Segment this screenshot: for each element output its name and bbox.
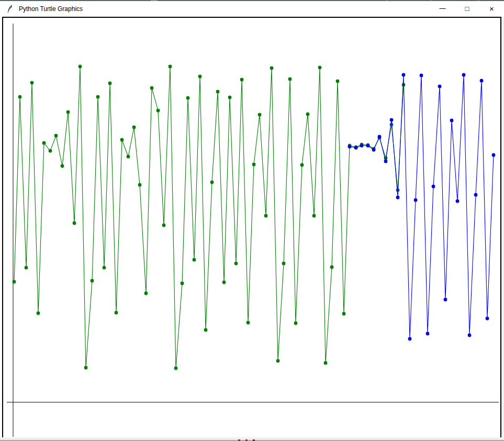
data-point-blue bbox=[480, 79, 484, 83]
data-point-blue bbox=[384, 160, 388, 163]
data-point-green bbox=[54, 134, 58, 138]
data-point-blue bbox=[492, 153, 496, 157]
data-point-green bbox=[79, 65, 82, 69]
data-point-blue bbox=[372, 148, 376, 152]
data-point-green bbox=[30, 81, 34, 85]
data-point-green bbox=[156, 109, 160, 113]
data-point-green bbox=[91, 279, 94, 283]
data-point-green bbox=[18, 95, 22, 99]
data-point-green bbox=[198, 75, 202, 79]
data-point-green bbox=[162, 224, 166, 227]
data-point-green bbox=[222, 281, 226, 284]
data-point-green bbox=[234, 262, 238, 266]
data-point-green bbox=[150, 86, 154, 90]
data-point-green bbox=[103, 266, 106, 270]
data-point-blue bbox=[348, 145, 352, 149]
data-point-green bbox=[181, 282, 184, 285]
data-point-green bbox=[132, 126, 136, 129]
data-point-blue bbox=[420, 74, 423, 78]
taskbar-edge bbox=[0, 437, 504, 441]
data-point-green bbox=[276, 359, 280, 363]
data-point-green bbox=[342, 312, 346, 316]
data-point-green bbox=[73, 222, 76, 225]
data-point-green bbox=[282, 262, 286, 266]
data-point-green bbox=[228, 96, 232, 100]
data-point-green bbox=[330, 266, 334, 269]
data-point-green bbox=[37, 312, 40, 315]
canvas-background bbox=[0, 17, 504, 441]
data-point-blue bbox=[378, 135, 382, 139]
data-point-green bbox=[66, 111, 70, 114]
data-point-green bbox=[247, 321, 250, 325]
turtle-canvas[interactable] bbox=[0, 0, 504, 441]
data-point-green bbox=[115, 311, 118, 315]
data-point-green bbox=[252, 163, 256, 167]
data-point-green bbox=[84, 366, 88, 370]
data-point-blue bbox=[402, 73, 406, 77]
data-point-blue bbox=[390, 118, 394, 122]
data-point-green bbox=[144, 292, 148, 295]
data-point-blue bbox=[396, 196, 400, 200]
data-point-blue bbox=[438, 85, 442, 89]
data-point-blue bbox=[360, 144, 364, 148]
data-point-green bbox=[240, 78, 244, 82]
data-point-green bbox=[138, 183, 142, 187]
data-point-green bbox=[42, 141, 46, 145]
data-point-green bbox=[306, 113, 310, 116]
data-point-blue bbox=[414, 199, 418, 202]
data-point-green bbox=[288, 78, 292, 81]
data-point-blue bbox=[486, 317, 489, 321]
data-point-green bbox=[318, 66, 322, 70]
data-point-blue bbox=[468, 334, 472, 337]
data-point-green bbox=[108, 82, 112, 85]
data-point-green bbox=[49, 149, 52, 153]
data-point-blue bbox=[354, 146, 358, 150]
data-point-blue bbox=[462, 73, 466, 77]
data-point-green bbox=[258, 113, 262, 117]
data-point-blue bbox=[444, 298, 447, 302]
data-point-green bbox=[25, 266, 28, 270]
data-point-green bbox=[294, 322, 298, 325]
data-point-green bbox=[264, 214, 268, 218]
data-point-blue bbox=[426, 332, 430, 336]
data-point-green bbox=[96, 95, 100, 99]
data-point-green bbox=[204, 328, 208, 332]
data-point-green bbox=[216, 90, 220, 94]
data-point-green bbox=[324, 361, 328, 365]
data-point-green bbox=[336, 80, 340, 83]
python-turtle-graphics-window: Python Turtle Graphics — □ × bbox=[0, 0, 504, 441]
data-point-blue bbox=[408, 337, 412, 341]
data-point-green bbox=[210, 181, 214, 184]
data-point-green bbox=[193, 258, 196, 262]
data-point-green bbox=[127, 155, 130, 159]
data-point-blue bbox=[450, 119, 454, 123]
data-point-green bbox=[120, 138, 124, 142]
data-point-green bbox=[174, 367, 178, 370]
data-point-green bbox=[13, 280, 16, 284]
data-point-blue bbox=[474, 193, 478, 197]
window-right-edge bbox=[501, 17, 504, 441]
data-point-green bbox=[61, 164, 64, 168]
data-point-green bbox=[270, 67, 274, 70]
data-point-green bbox=[312, 214, 316, 218]
data-point-blue bbox=[366, 144, 370, 148]
data-point-green bbox=[186, 96, 190, 100]
data-point-blue bbox=[432, 185, 435, 189]
data-point-green bbox=[300, 163, 304, 167]
data-point-green bbox=[169, 65, 172, 69]
data-point-blue bbox=[456, 200, 460, 203]
